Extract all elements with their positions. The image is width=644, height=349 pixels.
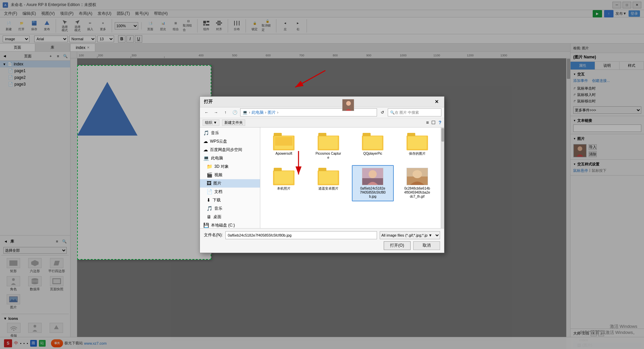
- file-dialog-overlay: 打开 ✕ ← → ↑ 🕐 💻 › 此电脑 › 图片 › ↺ 🔍: [0, 0, 644, 349]
- 3d-folder-icon: 📁: [207, 164, 212, 169]
- saved-pics-folder-icon: [407, 133, 428, 150]
- apowersoft-label: Apowersoft: [275, 152, 292, 156]
- android-pics-label: 逍遥安卓图片: [318, 187, 338, 191]
- sidebar-wps-label: WPS云盘: [210, 139, 227, 144]
- jpg-thumb: [362, 168, 383, 185]
- sidebar-music2[interactable]: 🎵 音乐: [200, 204, 260, 213]
- qqplayer-folder-icon: [362, 133, 383, 150]
- file-item-qqplayer[interactable]: QQplayerPic: [352, 130, 394, 162]
- sidebar-drive-c-label: 本地磁盘 (C:): [211, 222, 235, 228]
- file-item-gif[interactable]: 0c2848cb6e614b4f9345940fcba2edc7_th.gif: [396, 165, 438, 201]
- sidebar-3d-label: 3D 对象: [214, 164, 229, 169]
- sidebar-videos-label: 视频: [214, 172, 222, 178]
- dialog-refresh-btn[interactable]: ↺: [378, 108, 386, 116]
- qqplayer-label: QQplayerPic: [363, 152, 382, 156]
- local-photos-folder-icon: [273, 168, 294, 185]
- new-folder-btn[interactable]: 新建文件夹: [222, 119, 245, 126]
- documents-icon: 📄: [207, 189, 212, 194]
- pictures-icon: 🖼: [207, 181, 211, 186]
- file-item-picosmos[interactable]: Picosmos Capture: [308, 130, 350, 162]
- sidebar-3d[interactable]: 📁 3D 对象: [200, 162, 260, 171]
- dialog-search-box[interactable]: 🔍: [388, 108, 441, 116]
- gif-thumb: [407, 168, 428, 185]
- dialog-body: 🎵 音乐 ☁ WPS云盘 ☁ 百度网盘同步空间 💻 此电脑 📁 3D: [200, 128, 444, 228]
- dialog-help-icon[interactable]: ?: [438, 120, 441, 125]
- dialog-close-btn[interactable]: ✕: [433, 98, 440, 105]
- dialog-toolbar: ← → ↑ 🕐 💻 › 此电脑 › 图片 › ↺ 🔍: [200, 107, 444, 118]
- search-icon: 🔍: [390, 110, 395, 115]
- dialog-back-btn[interactable]: ←: [203, 108, 211, 116]
- mypc-icon: 💻: [203, 155, 209, 161]
- dialog-up-btn[interactable]: ↑: [221, 108, 229, 116]
- dialog-recent-btn[interactable]: 🕐: [231, 108, 239, 116]
- path-pictures[interactable]: 图片: [268, 110, 276, 115]
- view-grid-icon[interactable]: ☐: [431, 120, 436, 125]
- file-dialog: 打开 ✕ ← → ↑ 🕐 💻 › 此电脑 › 图片 › ↺ 🔍: [200, 96, 444, 253]
- jpg-thumb-svg: [362, 168, 383, 185]
- sidebar-pictures-label: 图片: [213, 181, 221, 186]
- files-grid: Apowersoft Picosmos Capture: [263, 130, 438, 201]
- wps-cloud-icon: ☁: [203, 139, 208, 144]
- gif-thumb-svg: [407, 168, 428, 185]
- dialog-files-area: Apowersoft Picosmos Capture: [260, 128, 441, 228]
- dialog-sidebar: 🎵 音乐 ☁ WPS云盘 ☁ 百度网盘同步空间 💻 此电脑 📁 3D: [200, 128, 260, 228]
- sidebar-drive-c[interactable]: 💾 本地磁盘 (C:): [200, 221, 260, 228]
- sidebar-music-label: 音乐: [211, 130, 219, 136]
- dialog-footer: 文件名(N): All image files (*.gif;*.jpg;*.j…: [200, 228, 444, 253]
- dialog-second-toolbar: 组织 ▼ 新建文件夹 ≡ ☐ ?: [200, 118, 444, 128]
- dialog-cancel-btn[interactable]: 取消: [413, 241, 440, 250]
- android-pics-folder-icon: [318, 168, 339, 185]
- sidebar-videos[interactable]: 🎬 视频: [200, 171, 260, 179]
- dialog-title-bar: 打开 ✕: [200, 97, 444, 107]
- file-item-local-photos[interactable]: 本机照片: [263, 165, 305, 201]
- dialog-scrollbar-thumb[interactable]: [441, 128, 444, 142]
- svg-rect-49: [275, 137, 292, 146]
- apowersoft-folder-icon: [273, 133, 294, 150]
- filename-input[interactable]: [225, 231, 377, 239]
- sidebar-documents[interactable]: 📄 文档: [200, 188, 260, 196]
- dialog-scrollbar[interactable]: [441, 128, 444, 228]
- sidebar-music[interactable]: 🎵 音乐: [200, 129, 260, 137]
- jpg-label: 0af6eb24c5182e7f40585​5fc5fcf80b.jpg: [359, 187, 386, 199]
- saved-pics-label: 保存的图片: [409, 152, 426, 156]
- sidebar-downloads-label: 下载: [213, 197, 221, 203]
- sidebar-baidu[interactable]: ☁ 百度网盘同步空间: [200, 146, 260, 154]
- sidebar-music2-label: 音乐: [214, 206, 222, 211]
- dialog-forward-btn[interactable]: →: [212, 108, 220, 116]
- svg-point-52: [369, 170, 377, 178]
- path-computer-icon: 💻: [243, 110, 248, 115]
- videos-icon: 🎬: [207, 172, 212, 178]
- file-item-saved-pics[interactable]: 保存的图片: [396, 130, 438, 162]
- sidebar-pictures[interactable]: 🖼 图片: [200, 179, 260, 188]
- filetype-select[interactable]: All image files (*.gif;*.jpg;*.jp ▼: [380, 231, 440, 239]
- dialog-search-input[interactable]: [395, 110, 439, 114]
- sidebar-desktop-label: 桌面: [213, 214, 221, 220]
- dialog-path-bar: 💻 › 此电脑 › 图片 ›: [240, 108, 377, 116]
- sidebar-downloads[interactable]: ⬇ 下载: [200, 196, 260, 204]
- sidebar-documents-label: 文档: [214, 189, 222, 195]
- picosmos-folder-icon: [318, 133, 339, 150]
- view-list-icon[interactable]: ≡: [426, 120, 429, 125]
- picosmos-label: Picosmos Capture: [315, 152, 342, 160]
- svg-point-55: [413, 170, 422, 178]
- local-photos-label: 本机照片: [277, 187, 290, 191]
- sidebar-mypc[interactable]: 💻 此电脑: [200, 154, 260, 162]
- organize-btn[interactable]: 组织 ▼: [203, 119, 219, 126]
- downloads-icon: ⬇: [207, 197, 211, 203]
- dialog-buttons: 打开(O) 取消: [204, 241, 440, 250]
- dialog-filename-row: 文件名(N): All image files (*.gif;*.jpg;*.j…: [204, 231, 440, 239]
- filename-label: 文件名(N):: [204, 232, 223, 238]
- file-item-android-pics[interactable]: 逍遥安卓图片: [308, 165, 350, 201]
- drive-c-icon: 💾: [203, 222, 209, 228]
- path-computer[interactable]: 此电脑: [252, 110, 264, 115]
- sidebar-wps[interactable]: ☁ WPS云盘: [200, 137, 260, 146]
- sidebar-baidu-label: 百度网盘同步空间: [210, 147, 242, 153]
- sidebar-desktop[interactable]: 🖥 桌面: [200, 213, 260, 221]
- music-folder-icon: 🎵: [203, 130, 209, 136]
- gif-label: 0c2848cb6e614b4f9345940fcba2edc7_th.gif: [404, 187, 431, 199]
- dialog-open-btn[interactable]: 打开(O): [384, 241, 411, 250]
- file-item-apowersoft[interactable]: Apowersoft: [263, 130, 305, 162]
- baidu-cloud-icon: ☁: [203, 147, 208, 152]
- music2-icon: 🎵: [207, 206, 212, 211]
- file-item-jpg[interactable]: 0af6eb24c5182e7f40585​5fc5fcf80b.jpg: [352, 165, 394, 201]
